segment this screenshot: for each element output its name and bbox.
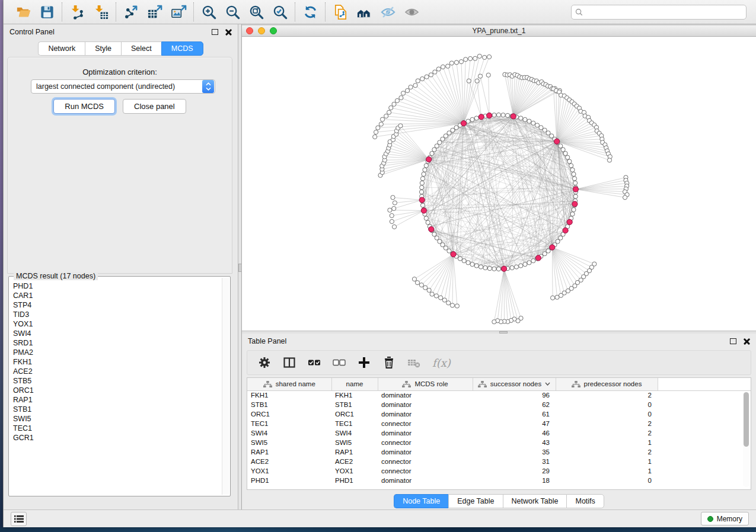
table-scrollbar[interactable] bbox=[743, 392, 749, 487]
cell-shared_name[interactable]: FKH1 bbox=[247, 390, 331, 400]
graph-leaf-node[interactable] bbox=[420, 76, 425, 81]
cell-shared_name[interactable]: TEC1 bbox=[247, 419, 331, 428]
tab-network[interactable]: Network bbox=[38, 41, 85, 56]
cell-predecessor_nodes[interactable]: 2 bbox=[556, 419, 658, 428]
graph-node[interactable] bbox=[454, 126, 458, 130]
graph-node[interactable] bbox=[426, 220, 430, 225]
first-neighbors-icon[interactable] bbox=[353, 2, 375, 22]
graph-leaf-node[interactable] bbox=[429, 73, 433, 77]
vertical-splitter[interactable] bbox=[238, 24, 242, 509]
graph-leaf-node[interactable] bbox=[446, 301, 451, 305]
graph-leaf-node[interactable] bbox=[487, 55, 491, 59]
graph-leaf-node[interactable] bbox=[434, 294, 438, 298]
cell-successor_nodes[interactable]: 46 bbox=[473, 428, 556, 438]
graph-node[interactable] bbox=[527, 119, 531, 123]
table-row[interactable]: ORC1ORC1dominator610 bbox=[247, 409, 751, 419]
cell-predecessor_nodes[interactable]: 0 bbox=[556, 400, 658, 409]
result-node-item[interactable]: STB1 bbox=[13, 405, 221, 414]
cell-mcds_role[interactable]: connector bbox=[378, 457, 473, 466]
search-field[interactable] bbox=[571, 5, 747, 20]
cell-predecessor_nodes[interactable]: 1 bbox=[556, 466, 658, 476]
graph-leaf-node[interactable] bbox=[478, 74, 482, 78]
tab-network-table[interactable]: Network Table bbox=[503, 494, 567, 508]
graph-leaf-node[interactable] bbox=[425, 75, 429, 79]
graph-leaf-node[interactable] bbox=[390, 219, 394, 223]
table-row[interactable]: STB1STB1dominator620 bbox=[247, 400, 751, 409]
graph-node[interactable] bbox=[531, 259, 535, 263]
graph-leaf-node[interactable] bbox=[459, 60, 463, 64]
result-node-item[interactable]: ACE2 bbox=[13, 367, 221, 376]
cell-name[interactable]: PHD1 bbox=[331, 476, 378, 485]
graph-leaf-node[interactable] bbox=[374, 130, 378, 134]
zoom-in-icon[interactable] bbox=[198, 2, 219, 22]
cell-mcds_role[interactable]: connector bbox=[378, 438, 473, 447]
column-header-name[interactable]: name bbox=[331, 378, 378, 390]
graph-hub-node[interactable] bbox=[511, 114, 516, 119]
tab-motifs[interactable]: Motifs bbox=[566, 494, 604, 508]
cell-predecessor_nodes[interactable]: 2 bbox=[556, 447, 658, 457]
graph-node[interactable] bbox=[424, 216, 428, 220]
cell-successor_nodes[interactable]: 29 bbox=[473, 466, 556, 476]
graph-leaf-node[interactable] bbox=[405, 88, 409, 92]
search-input[interactable] bbox=[586, 8, 742, 16]
graph-leaf-node[interactable] bbox=[427, 288, 431, 292]
import-table-icon[interactable] bbox=[90, 2, 111, 22]
graph-leaf-node[interactable] bbox=[467, 79, 471, 83]
graph-leaf-node[interactable] bbox=[392, 206, 396, 210]
graph-leaf-node[interactable] bbox=[380, 117, 384, 121]
graph-leaf-node[interactable] bbox=[439, 296, 443, 300]
result-node-item[interactable]: STB5 bbox=[13, 376, 221, 386]
cell-name[interactable]: TEC1 bbox=[331, 419, 378, 428]
table-row[interactable]: SWI5SWI5connector431 bbox=[247, 438, 751, 447]
horizontal-splitter[interactable] bbox=[242, 331, 756, 334]
cell-successor_nodes[interactable]: 62 bbox=[473, 400, 556, 409]
memory-button[interactable]: Memory bbox=[701, 512, 749, 525]
graph-hub-node[interactable] bbox=[421, 208, 426, 213]
result-node-item[interactable]: PMA2 bbox=[13, 348, 221, 357]
graph-node[interactable] bbox=[496, 267, 500, 271]
open-file-icon[interactable] bbox=[12, 2, 34, 22]
result-node-item[interactable]: STP4 bbox=[13, 300, 221, 310]
graph-leaf-node[interactable] bbox=[401, 91, 405, 95]
criterion-dropdown[interactable]: largest connected component (undirected) bbox=[31, 79, 215, 94]
graph-node[interactable] bbox=[492, 113, 496, 117]
cell-predecessor_nodes[interactable]: 0 bbox=[556, 409, 658, 419]
cell-name[interactable]: STB1 bbox=[331, 400, 378, 409]
cell-name[interactable]: ORC1 bbox=[331, 409, 378, 419]
graph-leaf-node[interactable] bbox=[415, 281, 419, 285]
graph-node[interactable] bbox=[514, 265, 518, 269]
graph-leaf-node[interactable] bbox=[376, 126, 380, 130]
graph-node[interactable] bbox=[519, 116, 523, 120]
graph-node[interactable] bbox=[479, 265, 483, 269]
graph-leaf-node[interactable] bbox=[416, 79, 420, 83]
splitter-grip[interactable] bbox=[499, 331, 508, 334]
graph-leaf-node[interactable] bbox=[473, 56, 477, 60]
close-panel-icon[interactable] bbox=[744, 338, 750, 345]
graph-node[interactable] bbox=[474, 264, 479, 268]
graph-leaf-node[interactable] bbox=[446, 64, 450, 68]
cell-successor_nodes[interactable]: 47 bbox=[473, 419, 556, 428]
graph-node[interactable] bbox=[573, 181, 578, 185]
deselect-all-icon[interactable] bbox=[333, 356, 346, 369]
cell-shared_name[interactable]: ACE2 bbox=[247, 457, 331, 466]
column-header-MCDS-role[interactable]: MCDS role bbox=[378, 378, 473, 390]
result-node-item[interactable]: ORC1 bbox=[13, 386, 221, 395]
graph-hub-node[interactable] bbox=[461, 121, 466, 126]
clone-network-icon[interactable] bbox=[330, 2, 351, 22]
graph-hub-node[interactable] bbox=[429, 226, 434, 232]
result-node-item[interactable]: CAR1 bbox=[13, 291, 221, 300]
tab-select[interactable]: Select bbox=[121, 41, 161, 56]
result-node-item[interactable]: GCR1 bbox=[13, 433, 221, 443]
cell-mcds_role[interactable]: connector bbox=[378, 419, 473, 428]
graph-leaf-node[interactable] bbox=[379, 122, 383, 126]
graph-hub-node[interactable] bbox=[563, 227, 568, 233]
graph-node[interactable] bbox=[519, 264, 523, 268]
graph-leaf-node[interactable] bbox=[390, 213, 394, 217]
cell-name[interactable]: ACE2 bbox=[331, 457, 378, 466]
cell-successor_nodes[interactable]: 18 bbox=[473, 476, 556, 485]
graph-node[interactable] bbox=[487, 267, 492, 271]
graph-node[interactable] bbox=[501, 113, 505, 117]
graph-hub-node[interactable] bbox=[535, 255, 541, 261]
graph-node[interactable] bbox=[492, 267, 496, 271]
cell-mcds_role[interactable]: dominator bbox=[378, 400, 473, 409]
